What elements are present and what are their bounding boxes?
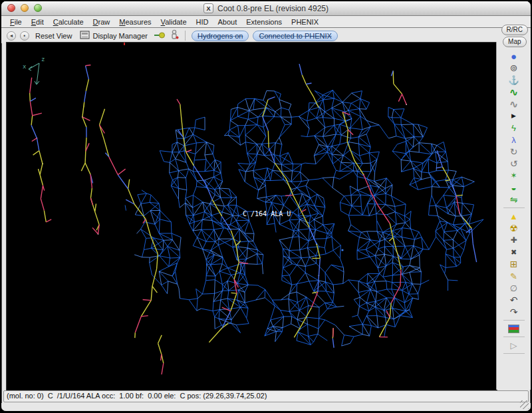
toolbar: ◂ ▪ Reset View Display Manager Hydrogens… — [1, 28, 531, 43]
clear-picks-icon[interactable]: ✎ — [510, 270, 517, 282]
close-button[interactable] — [7, 4, 15, 12]
add-terminal-residue-icon[interactable]: ✚ — [510, 234, 517, 246]
flip-sidechain-icon[interactable]: ◒ — [511, 182, 516, 194]
delete-item-icon[interactable]: ∅ — [510, 282, 517, 294]
rigid-body-fit-icon[interactable]: ▶ — [511, 110, 516, 122]
bottom-strip — [1, 403, 531, 411]
resize-grip[interactable] — [520, 400, 529, 409]
reset-view-label: Reset View — [35, 32, 72, 40]
rotate-translate-icon[interactable]: ϟ — [511, 122, 516, 134]
menu-extensions[interactable]: Extensions — [241, 18, 287, 26]
hydrogens-toggle[interactable]: Hydrogens on — [192, 31, 249, 41]
accept-reject-icon[interactable]: ▷ — [511, 339, 517, 351]
menu-measures[interactable]: Measures — [114, 18, 156, 26]
right-icon-column: ●⊚⚓∿∿▶ϟλ↻↺✶◒⇋▲☢✚✖⊞✎∅↶↷▷ — [497, 50, 531, 356]
undo-icon[interactable]: ↶ — [510, 294, 518, 306]
window-title: Coot 0.8-pre EL (revision 4925) — [217, 4, 329, 13]
mutate-icon[interactable]: ▲ — [509, 210, 518, 222]
title-bar[interactable]: X Coot 0.8-pre EL (revision 4925) — [1, 1, 531, 16]
x11-icon: X — [203, 3, 213, 13]
minimize-button[interactable] — [21, 4, 29, 12]
menu-hid[interactable]: HID — [192, 18, 213, 26]
recentre-view-icon[interactable]: ⊚ — [510, 62, 518, 74]
menu-bar: FileEditCalculateDrawMeasuresValidateHID… — [1, 16, 531, 28]
round-back-button[interactable]: ◂ — [7, 31, 16, 41]
icon-separator — [503, 353, 525, 354]
atom-label: C /164 ALA U — [243, 210, 291, 217]
run-refmac-icon[interactable] — [508, 323, 519, 335]
coot-window: X Coot 0.8-pre EL (revision 4925) FileEd… — [1, 1, 531, 411]
window-controls — [7, 4, 42, 12]
zoom-button[interactable] — [34, 4, 42, 12]
menu-validate[interactable]: Validate — [156, 18, 192, 26]
stop-icon: ▪ — [24, 33, 26, 39]
sphere-icon[interactable]: ● — [511, 50, 517, 62]
flip-peptide-icon[interactable]: ⇋ — [510, 194, 518, 206]
r-rc-button[interactable]: R/RC — [501, 25, 528, 35]
edit-chi-angles-icon[interactable]: ↺ — [510, 158, 518, 170]
place-atom-icon[interactable]: ⊞ — [510, 258, 518, 270]
display-manager-button[interactable]: Display Manager — [78, 29, 150, 42]
menu-edit[interactable]: Edit — [27, 18, 49, 26]
simple-mutate-icon[interactable]: ☢ — [509, 222, 518, 234]
add-alt-conf-icon[interactable]: ✖ — [511, 246, 517, 258]
map-button[interactable]: Map — [503, 37, 526, 47]
redo-icon[interactable]: ↷ — [510, 306, 518, 318]
status-text: (mol. no: 0) C /1/U/164 ALA occ: 1.00 bf… — [3, 390, 529, 402]
rotamer-icon[interactable]: ↻ — [510, 146, 518, 158]
go-to-atom-icon[interactable] — [154, 30, 166, 42]
toolbar-separator — [185, 31, 186, 41]
icon-separator — [503, 320, 525, 321]
status-bar: (mol. no: 0) C /1/U/164 ALA occ: 1.00 bf… — [1, 390, 531, 403]
display-manager-icon — [80, 31, 90, 41]
round-stop-button[interactable]: ▪ — [20, 31, 29, 41]
menu-about[interactable]: About — [213, 18, 242, 26]
right-toolbar-panel: R/RC Map ●⊚⚓∿∿▶ϟλ↻↺✶◒⇋▲☢✚✖⊞✎∅↶↷▷ — [496, 42, 531, 390]
reset-view-button[interactable]: Reset View — [33, 31, 74, 41]
regularize-icon[interactable]: ∿ — [509, 98, 518, 110]
phenix-connection-button[interactable]: Connected to PHENIX — [253, 31, 337, 41]
torsion-general-icon[interactable]: ✶ — [510, 170, 517, 182]
icon-separator — [503, 207, 525, 208]
auto-fit-rotamer-icon[interactable]: λ — [511, 134, 516, 146]
menu-file[interactable]: File — [5, 18, 27, 26]
back-icon: ◂ — [10, 33, 13, 39]
run-refmac-icon — [508, 325, 519, 333]
ligand-builder-icon[interactable] — [170, 29, 179, 42]
real-space-refine-icon[interactable]: ∿ — [509, 86, 518, 98]
display-manager-label: Display Manager — [92, 32, 148, 40]
anchor-icon[interactable]: ⚓ — [508, 74, 519, 86]
menu-calculate[interactable]: Calculate — [49, 18, 88, 26]
gl-canvas[interactable]: x z C /164 ALA U — [6, 42, 497, 391]
icon-separator — [503, 337, 525, 337]
axis-z-label: z — [41, 56, 45, 63]
menu-draw[interactable]: Draw — [88, 18, 115, 26]
menu-phenix[interactable]: PHENIX — [287, 18, 323, 26]
axis-x-label: x — [23, 63, 26, 70]
